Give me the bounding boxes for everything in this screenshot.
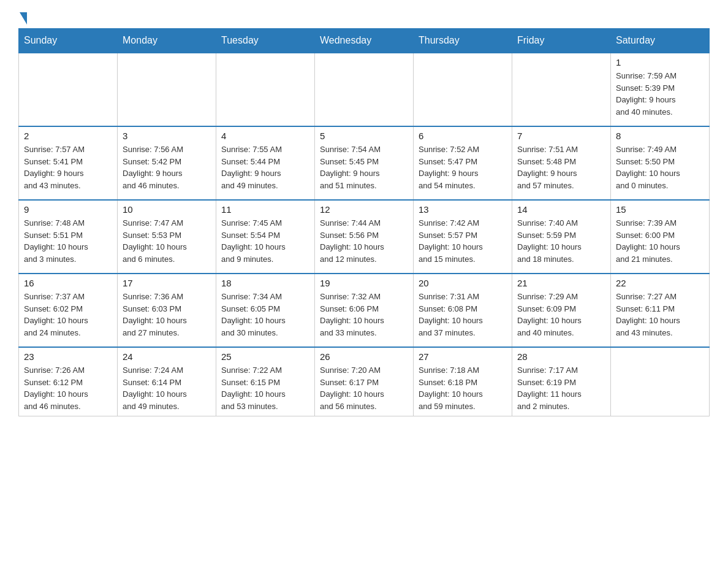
day-info: Sunrise: 7:45 AM Sunset: 5:54 PM Dayligh… bbox=[221, 217, 309, 265]
day-number: 5 bbox=[320, 131, 408, 141]
day-info: Sunrise: 7:32 AM Sunset: 6:06 PM Dayligh… bbox=[320, 291, 408, 339]
calendar-cell: 5Sunrise: 7:54 AM Sunset: 5:45 PM Daylig… bbox=[315, 126, 414, 200]
calendar-cell: 7Sunrise: 7:51 AM Sunset: 5:48 PM Daylig… bbox=[512, 126, 611, 200]
day-info: Sunrise: 7:48 AM Sunset: 5:51 PM Dayligh… bbox=[24, 217, 112, 265]
day-info: Sunrise: 7:22 AM Sunset: 6:15 PM Dayligh… bbox=[221, 364, 309, 412]
page-header bbox=[18, 12, 710, 21]
calendar-cell: 25Sunrise: 7:22 AM Sunset: 6:15 PM Dayli… bbox=[216, 347, 315, 416]
calendar-cell: 28Sunrise: 7:17 AM Sunset: 6:19 PM Dayli… bbox=[512, 347, 611, 416]
day-number: 17 bbox=[123, 278, 211, 288]
calendar-table: SundayMondayTuesdayWednesdayThursdayFrid… bbox=[18, 28, 710, 416]
calendar-week-row: 16Sunrise: 7:37 AM Sunset: 6:02 PM Dayli… bbox=[19, 274, 710, 347]
day-number: 27 bbox=[419, 351, 507, 362]
calendar-cell: 21Sunrise: 7:29 AM Sunset: 6:09 PM Dayli… bbox=[512, 274, 611, 347]
weekday-header-wednesday: Wednesday bbox=[315, 29, 414, 53]
weekday-header-saturday: Saturday bbox=[611, 29, 710, 53]
day-info: Sunrise: 7:31 AM Sunset: 6:08 PM Dayligh… bbox=[419, 291, 507, 339]
logo bbox=[18, 12, 27, 21]
calendar-cell: 1Sunrise: 7:59 AM Sunset: 5:39 PM Daylig… bbox=[611, 53, 710, 126]
calendar-cell: 13Sunrise: 7:42 AM Sunset: 5:57 PM Dayli… bbox=[414, 200, 512, 274]
calendar-cell: 24Sunrise: 7:24 AM Sunset: 6:14 PM Dayli… bbox=[118, 347, 216, 416]
day-info: Sunrise: 7:56 AM Sunset: 5:42 PM Dayligh… bbox=[123, 144, 211, 191]
day-number: 9 bbox=[24, 204, 112, 215]
calendar-cell: 20Sunrise: 7:31 AM Sunset: 6:08 PM Dayli… bbox=[414, 274, 512, 347]
calendar-cell: 8Sunrise: 7:49 AM Sunset: 5:50 PM Daylig… bbox=[611, 126, 710, 200]
day-info: Sunrise: 7:39 AM Sunset: 6:00 PM Dayligh… bbox=[616, 217, 704, 265]
day-info: Sunrise: 7:20 AM Sunset: 6:17 PM Dayligh… bbox=[320, 364, 408, 412]
day-number: 18 bbox=[221, 278, 309, 288]
day-number: 22 bbox=[616, 278, 704, 288]
day-info: Sunrise: 7:57 AM Sunset: 5:41 PM Dayligh… bbox=[24, 144, 112, 191]
calendar-cell: 10Sunrise: 7:47 AM Sunset: 5:53 PM Dayli… bbox=[118, 200, 216, 274]
logo-arrow-icon bbox=[20, 12, 27, 25]
day-number: 16 bbox=[24, 278, 112, 288]
day-info: Sunrise: 7:59 AM Sunset: 5:39 PM Dayligh… bbox=[616, 70, 704, 118]
calendar-cell: 2Sunrise: 7:57 AM Sunset: 5:41 PM Daylig… bbox=[19, 126, 118, 200]
calendar-cell: 23Sunrise: 7:26 AM Sunset: 6:12 PM Dayli… bbox=[19, 347, 118, 416]
calendar-cell: 22Sunrise: 7:27 AM Sunset: 6:11 PM Dayli… bbox=[611, 274, 710, 347]
day-number: 26 bbox=[320, 351, 408, 362]
calendar-cell: 27Sunrise: 7:18 AM Sunset: 6:18 PM Dayli… bbox=[414, 347, 512, 416]
day-number: 13 bbox=[419, 204, 507, 215]
calendar-cell: 11Sunrise: 7:45 AM Sunset: 5:54 PM Dayli… bbox=[216, 200, 315, 274]
day-info: Sunrise: 7:26 AM Sunset: 6:12 PM Dayligh… bbox=[24, 364, 112, 412]
calendar-cell: 17Sunrise: 7:36 AM Sunset: 6:03 PM Dayli… bbox=[118, 274, 216, 347]
day-number: 10 bbox=[123, 204, 211, 215]
weekday-header-monday: Monday bbox=[118, 29, 216, 53]
day-number: 1 bbox=[616, 57, 704, 67]
calendar-cell bbox=[118, 53, 216, 126]
day-number: 25 bbox=[221, 351, 309, 362]
day-number: 8 bbox=[616, 131, 704, 141]
calendar-cell: 12Sunrise: 7:44 AM Sunset: 5:56 PM Dayli… bbox=[315, 200, 414, 274]
day-number: 24 bbox=[123, 351, 211, 362]
day-info: Sunrise: 7:55 AM Sunset: 5:44 PM Dayligh… bbox=[221, 144, 309, 191]
calendar-cell bbox=[611, 347, 710, 416]
day-number: 7 bbox=[517, 131, 605, 141]
day-info: Sunrise: 7:17 AM Sunset: 6:19 PM Dayligh… bbox=[517, 364, 605, 412]
day-info: Sunrise: 7:52 AM Sunset: 5:47 PM Dayligh… bbox=[419, 144, 507, 191]
calendar-cell: 3Sunrise: 7:56 AM Sunset: 5:42 PM Daylig… bbox=[118, 126, 216, 200]
calendar-cell: 4Sunrise: 7:55 AM Sunset: 5:44 PM Daylig… bbox=[216, 126, 315, 200]
day-info: Sunrise: 7:27 AM Sunset: 6:11 PM Dayligh… bbox=[616, 291, 704, 339]
weekday-header-tuesday: Tuesday bbox=[216, 29, 315, 53]
day-number: 23 bbox=[24, 351, 112, 362]
calendar-cell: 19Sunrise: 7:32 AM Sunset: 6:06 PM Dayli… bbox=[315, 274, 414, 347]
day-number: 21 bbox=[517, 278, 605, 288]
calendar-cell bbox=[414, 53, 512, 126]
day-number: 11 bbox=[221, 204, 309, 215]
day-info: Sunrise: 7:36 AM Sunset: 6:03 PM Dayligh… bbox=[123, 291, 211, 339]
day-info: Sunrise: 7:18 AM Sunset: 6:18 PM Dayligh… bbox=[419, 364, 507, 412]
day-info: Sunrise: 7:24 AM Sunset: 6:14 PM Dayligh… bbox=[123, 364, 211, 412]
day-info: Sunrise: 7:44 AM Sunset: 5:56 PM Dayligh… bbox=[320, 217, 408, 265]
day-number: 4 bbox=[221, 131, 309, 141]
calendar-week-row: 1Sunrise: 7:59 AM Sunset: 5:39 PM Daylig… bbox=[19, 53, 710, 126]
day-number: 2 bbox=[24, 131, 112, 141]
day-info: Sunrise: 7:49 AM Sunset: 5:50 PM Dayligh… bbox=[616, 144, 704, 191]
calendar-week-row: 23Sunrise: 7:26 AM Sunset: 6:12 PM Dayli… bbox=[19, 347, 710, 416]
calendar-cell: 9Sunrise: 7:48 AM Sunset: 5:51 PM Daylig… bbox=[19, 200, 118, 274]
calendar-cell: 26Sunrise: 7:20 AM Sunset: 6:17 PM Dayli… bbox=[315, 347, 414, 416]
day-number: 28 bbox=[517, 351, 605, 362]
calendar-cell: 14Sunrise: 7:40 AM Sunset: 5:59 PM Dayli… bbox=[512, 200, 611, 274]
calendar-cell: 6Sunrise: 7:52 AM Sunset: 5:47 PM Daylig… bbox=[414, 126, 512, 200]
day-number: 3 bbox=[123, 131, 211, 141]
calendar-week-row: 9Sunrise: 7:48 AM Sunset: 5:51 PM Daylig… bbox=[19, 200, 710, 274]
day-number: 14 bbox=[517, 204, 605, 215]
day-info: Sunrise: 7:42 AM Sunset: 5:57 PM Dayligh… bbox=[419, 217, 507, 265]
day-info: Sunrise: 7:29 AM Sunset: 6:09 PM Dayligh… bbox=[517, 291, 605, 339]
day-info: Sunrise: 7:51 AM Sunset: 5:48 PM Dayligh… bbox=[517, 144, 605, 191]
calendar-week-row: 2Sunrise: 7:57 AM Sunset: 5:41 PM Daylig… bbox=[19, 126, 710, 200]
calendar-cell bbox=[512, 53, 611, 126]
day-info: Sunrise: 7:40 AM Sunset: 5:59 PM Dayligh… bbox=[517, 217, 605, 265]
day-number: 19 bbox=[320, 278, 408, 288]
calendar-cell: 16Sunrise: 7:37 AM Sunset: 6:02 PM Dayli… bbox=[19, 274, 118, 347]
day-number: 12 bbox=[320, 204, 408, 215]
day-info: Sunrise: 7:47 AM Sunset: 5:53 PM Dayligh… bbox=[123, 217, 211, 265]
day-number: 20 bbox=[419, 278, 507, 288]
day-info: Sunrise: 7:34 AM Sunset: 6:05 PM Dayligh… bbox=[221, 291, 309, 339]
weekday-header-row: SundayMondayTuesdayWednesdayThursdayFrid… bbox=[19, 29, 710, 53]
day-number: 15 bbox=[616, 204, 704, 215]
weekday-header-friday: Friday bbox=[512, 29, 611, 53]
calendar-cell: 15Sunrise: 7:39 AM Sunset: 6:00 PM Dayli… bbox=[611, 200, 710, 274]
calendar-cell: 18Sunrise: 7:34 AM Sunset: 6:05 PM Dayli… bbox=[216, 274, 315, 347]
